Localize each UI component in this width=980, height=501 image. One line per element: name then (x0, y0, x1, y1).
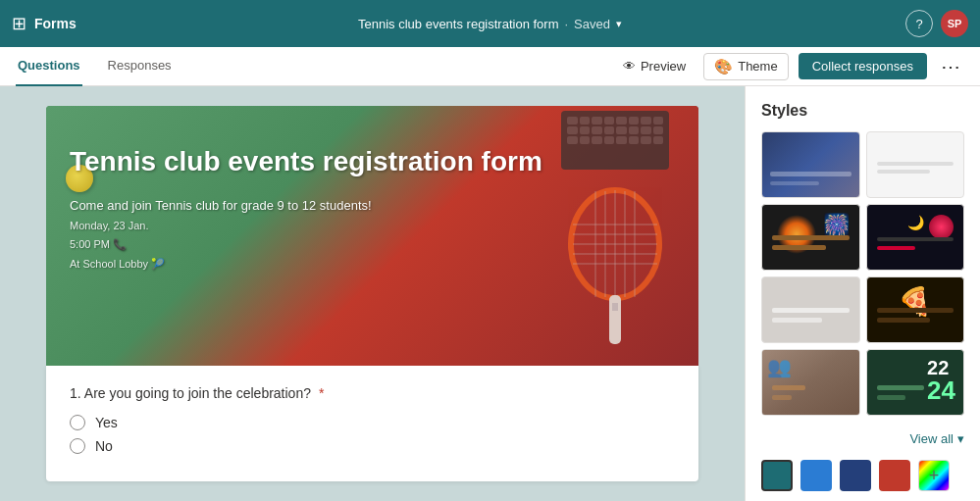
preview-label: Preview (641, 59, 686, 74)
t3-decoration (772, 235, 850, 255)
t6-decoration (877, 308, 954, 327)
theme-grid: 🎆 🌙 (761, 131, 964, 416)
hero-title: Tennis club events registration form (70, 145, 675, 178)
theme-thumb-3[interactable]: 🎆 (761, 204, 860, 271)
title-separator: · (564, 17, 568, 31)
view-all-label: View all (909, 431, 954, 446)
option-no-label: No (95, 438, 113, 454)
question-card: 1. Are you going to join the celebration… (46, 366, 698, 481)
radio-no[interactable] (70, 438, 85, 454)
form-area: Tennis club events registration form Com… (0, 86, 745, 501)
racket-decoration (551, 175, 679, 356)
main-content: Tennis club events registration form Com… (0, 86, 980, 501)
radio-yes[interactable] (70, 415, 85, 430)
color-swatches: + (761, 460, 964, 491)
collect-responses-button[interactable]: Collect responses (799, 53, 927, 79)
question-text: Are you going to join the celebration? (84, 385, 311, 401)
tabbar-right: 👁 Preview 🎨 Theme Collect responses ⋯ (615, 51, 964, 82)
theme-thumb-8[interactable]: 2224 (866, 349, 965, 416)
option-yes-label: Yes (95, 415, 118, 430)
app-name: Forms (34, 16, 77, 31)
t7-decoration (772, 385, 805, 400)
swatch-blue[interactable] (800, 460, 832, 491)
app-grid-icon[interactable]: ⊞ (12, 13, 26, 34)
theme-thumb-6[interactable]: 🍕 (866, 276, 965, 343)
question-1-label: 1. Are you going to join the celebration… (70, 385, 675, 401)
preview-button[interactable]: 👁 Preview (615, 55, 694, 77)
svg-rect-12 (612, 303, 618, 311)
option-no[interactable]: No (70, 438, 675, 454)
app-grid-area: ⊞ Forms (12, 13, 77, 34)
swatch-teal[interactable] (761, 460, 793, 491)
swatch-custom-color[interactable]: + (918, 460, 950, 491)
styles-panel: Styles 🎆 (745, 86, 980, 501)
styles-panel-title: Styles (761, 102, 964, 120)
t4-decoration (877, 237, 954, 255)
saved-indicator: Saved (574, 17, 610, 31)
top-bar: ⊞ Forms Tennis club events registration … (0, 0, 980, 47)
theme-thumb-4[interactable]: 🌙 (866, 204, 965, 271)
hero-image: Tennis club events registration form Com… (46, 106, 698, 366)
view-all-row[interactable]: View all ▾ (761, 431, 964, 446)
avatar[interactable]: SP (941, 10, 968, 37)
tab-responses[interactable]: Responses (106, 47, 174, 86)
eye-icon: 👁 (623, 59, 636, 74)
top-right-actions: ? SP (905, 10, 968, 37)
form-title-area: Tennis club events registration form · S… (358, 17, 622, 31)
question-number: 1. (70, 385, 81, 401)
theme-thumb-1[interactable] (761, 131, 860, 198)
tab-questions[interactable]: Questions (16, 47, 82, 86)
hero-time: 5:00 PM 📞 (70, 238, 127, 250)
t8-decoration (877, 385, 925, 400)
form-title[interactable]: Tennis club events registration form (358, 17, 558, 31)
required-indicator: * (319, 385, 324, 401)
theme-label: Theme (738, 59, 777, 74)
t5-decoration (772, 308, 850, 327)
theme-button[interactable]: 🎨 Theme (703, 53, 788, 80)
title-chevron-icon[interactable]: ▾ (616, 18, 622, 30)
theme-thumb-2[interactable] (866, 131, 965, 198)
swatch-dark-blue[interactable] (840, 460, 871, 491)
theme-thumb-7[interactable]: 👥 (761, 349, 860, 416)
option-yes[interactable]: Yes (70, 415, 675, 430)
theme-thumb-5[interactable] (761, 276, 860, 343)
chevron-down-icon: ▾ (957, 431, 964, 446)
swatch-red[interactable] (879, 460, 910, 491)
t8-numbers: 2224 (927, 358, 955, 403)
tab-bar: Questions Responses 👁 Preview 🎨 Theme Co… (0, 47, 980, 86)
t2-decoration (877, 162, 954, 177)
more-options-button[interactable]: ⋯ (937, 51, 964, 82)
help-button[interactable]: ? (905, 10, 933, 37)
svg-rect-11 (609, 295, 621, 344)
hero-location: At School Lobby 🎾 (70, 258, 165, 270)
hero-date: Monday, 23 Jan. (70, 220, 149, 231)
theme-icon: 🎨 (714, 58, 733, 75)
